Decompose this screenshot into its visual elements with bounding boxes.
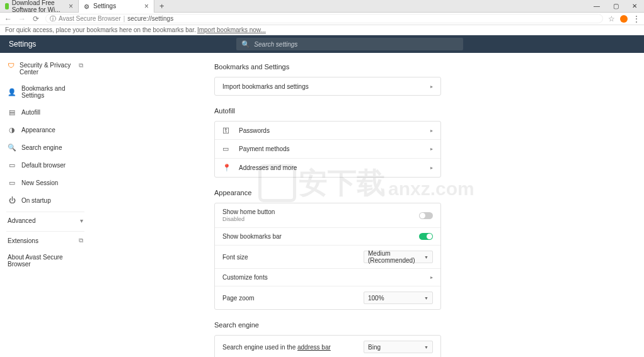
close-icon[interactable]: × <box>144 2 149 11</box>
section-title: Bookmarks and Settings <box>214 63 441 71</box>
sidebar-item-appearance[interactable]: ◑ Appearance <box>6 123 84 137</box>
clipboard-icon: ▤ <box>8 108 16 116</box>
sidebar-item-label: Advanced <box>8 217 35 224</box>
sidebar-item-about[interactable]: About Avast Secure Browser <box>6 251 84 270</box>
home-button-toggle[interactable] <box>419 212 433 219</box>
row-label: Customize fonts <box>222 274 268 281</box>
font-size-select[interactable]: Medium (Recommended) ▼ <box>364 251 433 263</box>
sidebar-item-default-browser[interactable]: ▭ Default browser <box>6 159 84 172</box>
tab-icon: ▭ <box>8 179 16 187</box>
minimize-button[interactable]: — <box>587 0 606 13</box>
bookmark-star-icon[interactable]: ☆ <box>608 14 615 23</box>
sidebar-item-label: On startup <box>21 197 51 204</box>
row-label: Addresses and more <box>239 164 297 171</box>
shield-icon: 🛡 <box>8 62 14 69</box>
key-icon: ⚿ <box>222 127 233 134</box>
sidebar-item-label: New Session <box>21 179 58 186</box>
bookmarks-bar-row[interactable]: Show bookmarks bar <box>215 227 440 245</box>
window-controls: — ▢ ✕ <box>587 0 644 13</box>
avast-icon[interactable] <box>620 15 628 23</box>
page-zoom-select[interactable]: 100% ▼ <box>364 292 433 304</box>
url-bar: ← → ⟳ ⓘ Avast Secure Browser | secure://… <box>0 13 644 25</box>
chevron-right-icon: ▸ <box>430 128 433 133</box>
payment-methods-row[interactable]: ▭ Payment methods ▸ <box>215 139 440 158</box>
close-icon[interactable]: × <box>69 2 73 11</box>
home-button-row[interactable]: Show home button Disabled <box>215 203 440 227</box>
page-title: Settings <box>9 40 36 48</box>
customize-fonts-row[interactable]: Customize fonts ▸ <box>215 268 440 286</box>
row-label: Show bookmarks bar <box>222 233 282 240</box>
power-icon: ⏻ <box>8 196 16 204</box>
search-icon: 🔍 <box>241 40 250 48</box>
search-settings-input[interactable] <box>254 41 458 48</box>
chevron-down-icon: ▾ <box>80 217 83 224</box>
chevron-right-icon: ▸ <box>430 275 433 280</box>
chevron-down-icon: ▼ <box>424 255 428 259</box>
back-button[interactable]: ← <box>4 14 13 23</box>
chevron-right-icon: ▸ <box>430 84 433 89</box>
url-host: Avast Secure Browser <box>59 15 121 22</box>
import-bookmarks-row[interactable]: Import bookmarks and settings ▸ <box>215 77 440 95</box>
address-bar[interactable]: ⓘ Avast Secure Browser | secure://settin… <box>45 14 603 23</box>
sidebar-item-label: Search engine <box>21 144 62 151</box>
sidebar-item-label: Security & Privacy Center <box>20 62 74 76</box>
sidebar-item-label: Extensions <box>8 237 38 244</box>
row-label: Passwords <box>239 127 270 134</box>
font-size-row: Font size Medium (Recommended) ▼ <box>215 245 440 268</box>
hint-text: For quick access, place your bookmarks h… <box>5 26 196 33</box>
import-bookmarks-link[interactable]: Import bookmarks now... <box>197 26 266 33</box>
sidebar-item-new-session[interactable]: ▭ New Session <box>6 176 84 190</box>
row-sublabel: Disabled <box>222 216 275 222</box>
chevron-right-icon: ▸ <box>430 146 433 152</box>
external-link-icon: ⧉ <box>79 237 83 244</box>
settings-content: Bookmarks and Settings Import bookmarks … <box>88 53 644 357</box>
addresses-row[interactable]: 📍 Addresses and more ▸ <box>215 158 440 177</box>
palette-icon: ◑ <box>8 126 16 134</box>
close-button[interactable]: ✕ <box>625 0 644 13</box>
person-icon: 👤 <box>8 88 16 96</box>
bookmarks-bar-toggle[interactable] <box>419 233 433 240</box>
sidebar-item-label: Appearance <box>21 127 55 133</box>
sidebar-item-autofill[interactable]: ▤ Autofill <box>6 106 84 119</box>
sidebar-item-extensions[interactable]: Extensions ⧉ <box>6 231 84 247</box>
new-tab-button[interactable]: + <box>154 1 170 11</box>
url-path: secure://settings <box>127 15 173 22</box>
window-icon: ▭ <box>8 161 16 169</box>
reload-button[interactable]: ⟳ <box>32 14 40 23</box>
select-value: Medium (Recommended) <box>368 250 424 264</box>
card-icon: ▭ <box>222 145 233 153</box>
tab-title: Settings <box>93 3 116 9</box>
menu-button[interactable]: ⋮ <box>633 14 640 23</box>
sidebar-item-label: Autofill <box>21 109 40 116</box>
section-autofill: Autofill ⚿ Passwords ▸ ▭ Payment methods… <box>214 107 441 178</box>
search-engine-row: Search engine used in the address bar Bi… <box>215 336 440 357</box>
info-icon: ⓘ <box>50 14 56 23</box>
browser-tab-strip: Download Free Software for Wi... × ⚙ Set… <box>0 0 644 13</box>
browser-tab-1[interactable]: Download Free Software for Wi... × <box>0 0 79 13</box>
row-label: Page zoom <box>222 295 255 302</box>
browser-tab-2[interactable]: ⚙ Settings × <box>79 0 154 13</box>
sidebar-item-security[interactable]: 🛡 Security & Privacy Center ⧉ <box>6 59 84 78</box>
section-title: Search engine <box>214 321 441 329</box>
sidebar-item-label: Bookmarks and Settings <box>21 85 83 99</box>
gear-icon: ⚙ <box>84 3 90 9</box>
passwords-row[interactable]: ⚿ Passwords ▸ <box>215 122 440 139</box>
maximize-button[interactable]: ▢ <box>606 0 625 13</box>
sidebar-item-label: Default browser <box>21 162 66 169</box>
sidebar-item-search[interactable]: 🔍 Search engine <box>6 141 84 154</box>
search-engine-select[interactable]: Bing ▼ <box>364 341 433 353</box>
sidebar-item-startup[interactable]: ⏻ On startup <box>6 194 84 207</box>
row-label: Import bookmarks and settings <box>222 83 309 90</box>
section-title: Appearance <box>214 189 441 196</box>
row-label: Payment methods <box>239 145 290 152</box>
select-value: 100% <box>368 295 424 302</box>
sidebar-item-advanced[interactable]: Advanced ▾ <box>6 212 84 227</box>
bookmark-hint-bar: For quick access, place your bookmarks h… <box>0 25 644 35</box>
tab-site-icon <box>5 3 9 9</box>
section-bookmarks: Bookmarks and Settings Import bookmarks … <box>214 63 441 96</box>
sidebar-item-bookmarks[interactable]: 👤 Bookmarks and Settings <box>6 82 84 101</box>
forward-button[interactable]: → <box>18 14 26 23</box>
page-zoom-row: Page zoom 100% ▼ <box>215 286 440 309</box>
pin-icon: 📍 <box>222 164 233 172</box>
section-title: Autofill <box>214 107 441 115</box>
